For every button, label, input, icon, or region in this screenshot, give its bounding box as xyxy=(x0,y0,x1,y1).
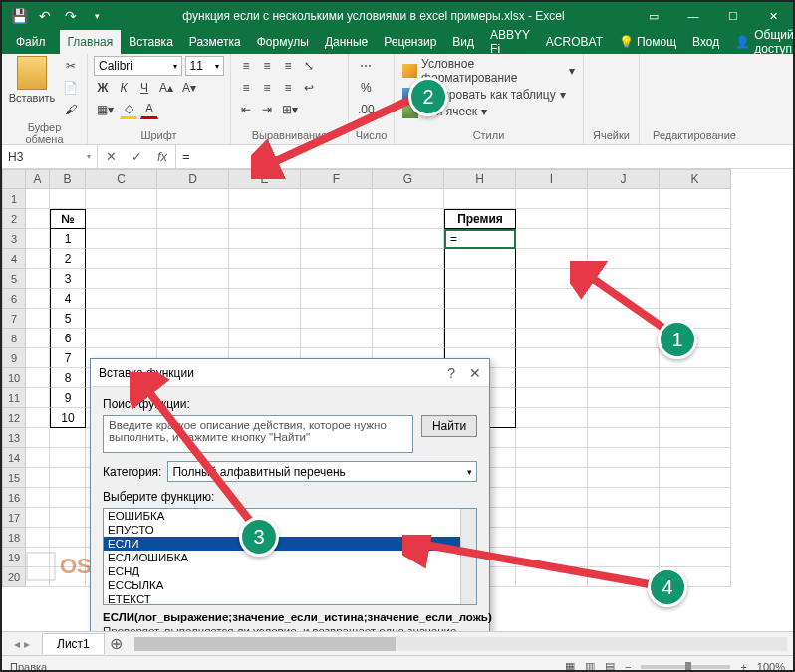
align-left-icon[interactable]: ≡ xyxy=(237,78,255,98)
col-head-A[interactable]: A xyxy=(26,169,50,189)
cell-I4[interactable] xyxy=(516,249,588,269)
function-item-ЕПУСТО[interactable]: ЕПУСТО xyxy=(104,523,476,537)
share-button[interactable]: 👤 Общий доступ xyxy=(727,30,795,54)
cell-B1[interactable] xyxy=(50,189,86,209)
cell-F7[interactable] xyxy=(301,309,373,329)
format-painter-icon[interactable]: 🖌 xyxy=(60,100,81,119)
cell-K12[interactable] xyxy=(660,408,731,428)
fill-color-icon[interactable]: ◇ xyxy=(120,100,137,119)
cell-C3[interactable] xyxy=(86,229,157,249)
cell-G8[interactable] xyxy=(373,329,444,348)
cell-A12[interactable] xyxy=(26,408,50,428)
cell-F6[interactable] xyxy=(301,289,373,309)
col-head-C[interactable]: C xyxy=(86,169,157,189)
cell-J14[interactable] xyxy=(588,448,660,468)
cell-A8[interactable] xyxy=(26,329,50,348)
cell-A7[interactable] xyxy=(26,309,50,329)
cell-J6[interactable] xyxy=(588,289,660,309)
copy-icon[interactable]: 📄 xyxy=(60,78,81,98)
tab-formulas[interactable]: Формулы xyxy=(249,30,317,54)
cell-E6[interactable] xyxy=(229,289,301,309)
cell-B18[interactable] xyxy=(50,528,86,548)
sheet-nav-icon[interactable]: ◂ ▸ xyxy=(2,637,42,651)
cell-J12[interactable] xyxy=(588,408,660,428)
cell-I14[interactable] xyxy=(516,448,588,468)
font-name-select[interactable]: Calibri▾ xyxy=(94,56,182,76)
cell-C2[interactable] xyxy=(86,209,157,229)
cell-J19[interactable] xyxy=(588,548,660,567)
sheet-tab-1[interactable]: Лист1 xyxy=(42,633,105,654)
cell-I12[interactable] xyxy=(516,408,588,428)
view-break-icon[interactable]: ▤ xyxy=(605,660,615,672)
cell-G5[interactable] xyxy=(373,269,444,289)
cell-I19[interactable] xyxy=(516,548,588,567)
cell-H5[interactable] xyxy=(444,269,516,289)
cell-K18[interactable] xyxy=(660,528,731,548)
cell-I7[interactable] xyxy=(516,309,588,329)
row-head-14[interactable]: 14 xyxy=(2,448,26,468)
cell-A3[interactable] xyxy=(26,229,50,249)
cell-H3[interactable]: = xyxy=(444,229,516,249)
cell-K10[interactable] xyxy=(660,368,731,388)
row-head-7[interactable]: 7 xyxy=(2,309,26,329)
cell-I1[interactable] xyxy=(516,189,588,209)
cell-H4[interactable] xyxy=(444,249,516,269)
align-top-icon[interactable]: ≡ xyxy=(237,56,255,76)
cell-K17[interactable] xyxy=(660,508,731,528)
cell-J8[interactable] xyxy=(588,329,660,348)
tab-data[interactable]: Данные xyxy=(317,30,376,54)
cell-I9[interactable] xyxy=(516,348,588,368)
zoom-level[interactable]: 100% xyxy=(757,661,785,673)
cell-B3[interactable]: 1 xyxy=(50,229,86,249)
cell-I10[interactable] xyxy=(516,368,588,388)
cell-B16[interactable] xyxy=(50,488,86,508)
cell-B7[interactable]: 5 xyxy=(50,309,86,329)
align-middle-icon[interactable]: ≡ xyxy=(258,56,276,76)
align-right-icon[interactable]: ≡ xyxy=(279,78,297,98)
font-color-icon[interactable]: A xyxy=(140,100,158,119)
cell-I13[interactable] xyxy=(516,428,588,448)
cell-A6[interactable] xyxy=(26,289,50,309)
tab-home[interactable]: Главная xyxy=(60,30,122,54)
cell-I16[interactable] xyxy=(516,488,588,508)
cell-B15[interactable] xyxy=(50,468,86,488)
cell-K2[interactable] xyxy=(660,209,731,229)
underline-button[interactable]: Ч xyxy=(135,78,153,98)
row-head-12[interactable]: 12 xyxy=(2,408,26,428)
col-head-K[interactable]: K xyxy=(660,169,731,189)
col-head-I[interactable]: I xyxy=(516,169,588,189)
zoom-slider[interactable] xyxy=(641,665,730,669)
row-head-18[interactable]: 18 xyxy=(2,528,26,548)
dialog-close-icon[interactable]: ✕ xyxy=(469,365,481,381)
col-head-J[interactable]: J xyxy=(588,169,660,189)
cell-B6[interactable]: 4 xyxy=(50,289,86,309)
select-all-corner[interactable] xyxy=(2,169,26,189)
cell-D3[interactable] xyxy=(157,229,229,249)
cell-A5[interactable] xyxy=(26,269,50,289)
function-list[interactable]: ЕОШИБКАЕПУСТОЕСЛИЕСЛИОШИБКАЕСНДЕССЫЛКАЕТ… xyxy=(103,508,477,605)
col-head-H[interactable]: H xyxy=(444,169,516,189)
cell-I3[interactable] xyxy=(516,229,588,249)
tab-insert[interactable]: Вставка xyxy=(121,30,181,54)
cell-J13[interactable] xyxy=(588,428,660,448)
cell-C8[interactable] xyxy=(86,329,157,348)
cell-H8[interactable] xyxy=(444,329,516,348)
cell-H6[interactable] xyxy=(444,289,516,309)
shrink-font-icon[interactable]: A▾ xyxy=(179,78,199,98)
cell-B11[interactable]: 9 xyxy=(50,388,86,408)
decrease-indent-icon[interactable]: ⇤ xyxy=(237,100,255,119)
row-head-9[interactable]: 9 xyxy=(2,348,26,368)
cell-B8[interactable]: 6 xyxy=(50,329,86,348)
tab-layout[interactable]: Разметка xyxy=(181,30,249,54)
grow-font-icon[interactable]: A▴ xyxy=(156,78,176,98)
function-item-ЕСЛИОШИБКА[interactable]: ЕСЛИОШИБКА xyxy=(104,551,476,564)
cell-B9[interactable]: 7 xyxy=(50,348,86,368)
cell-A17[interactable] xyxy=(26,508,50,528)
cell-K4[interactable] xyxy=(660,249,731,269)
row-head-13[interactable]: 13 xyxy=(2,428,26,448)
wrap-text-icon[interactable]: ↩ xyxy=(300,78,318,98)
cell-K13[interactable] xyxy=(660,428,731,448)
cell-E4[interactable] xyxy=(229,249,301,269)
view-normal-icon[interactable]: ▦ xyxy=(565,660,575,672)
cell-G1[interactable] xyxy=(373,189,444,209)
